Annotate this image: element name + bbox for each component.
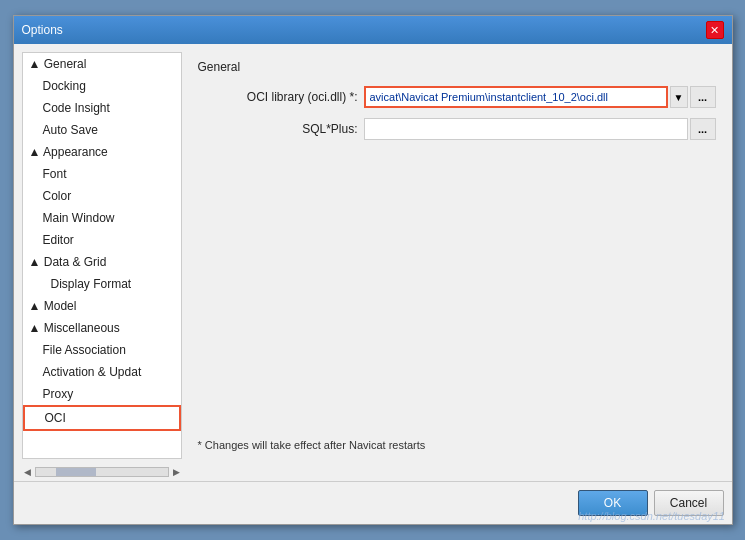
tree-item-data-grid[interactable]: ▲ Data & Grid xyxy=(23,251,181,273)
section-title: General xyxy=(198,60,716,74)
sqlplus-input-group: ... xyxy=(364,118,716,140)
tree-item-oci[interactable]: OCI xyxy=(23,405,181,431)
tree-item-display-format[interactable]: Display Format xyxy=(23,273,181,295)
tree-item-model[interactable]: ▲ Model xyxy=(23,295,181,317)
sqlplus-label: SQL*Plus: xyxy=(198,122,358,136)
watermark: http://blog.csdn.net/tuesday11 xyxy=(578,510,725,522)
tree-item-activation-update[interactable]: Activation & Updat xyxy=(23,361,181,383)
oci-library-input-group: ▼ ... xyxy=(364,86,716,108)
scrollbar-track[interactable] xyxy=(35,467,169,477)
scroll-area: ◀ ▶ xyxy=(14,467,732,481)
sqlplus-browse-button[interactable]: ... xyxy=(690,118,716,140)
oci-library-row: OCI library (oci.dll) *: ▼ ... xyxy=(198,86,716,108)
sqlplus-input[interactable] xyxy=(364,118,688,140)
oci-library-label: OCI library (oci.dll) *: xyxy=(198,90,358,104)
tree-panel: ▲ GeneralDockingCode InsightAuto Save▲ A… xyxy=(22,52,182,459)
oci-library-input[interactable] xyxy=(364,86,668,108)
tree-item-docking[interactable]: Docking xyxy=(23,75,181,97)
scrollbar-thumb xyxy=(56,468,96,476)
right-panel: General OCI library (oci.dll) *: ▼ ... S… xyxy=(190,52,724,459)
right-spacer xyxy=(190,467,724,477)
tree-item-proxy[interactable]: Proxy xyxy=(23,383,181,405)
tree-item-main-window[interactable]: Main Window xyxy=(23,207,181,229)
left-scrollbar: ◀ ▶ xyxy=(22,467,182,477)
options-window: Options ✕ ▲ GeneralDockingCode InsightAu… xyxy=(13,15,733,525)
tree-item-appearance[interactable]: ▲ Appearance xyxy=(23,141,181,163)
tree-item-auto-save[interactable]: Auto Save xyxy=(23,119,181,141)
form-area: General OCI library (oci.dll) *: ▼ ... S… xyxy=(190,52,724,435)
tree-item-code-insight[interactable]: Code Insight xyxy=(23,97,181,119)
oci-dropdown-button[interactable]: ▼ xyxy=(670,86,688,108)
scroll-left-icon[interactable]: ◀ xyxy=(22,467,33,477)
tree-item-miscellaneous[interactable]: ▲ Miscellaneous xyxy=(23,317,181,339)
tree-item-font[interactable]: Font xyxy=(23,163,181,185)
title-bar: Options ✕ xyxy=(14,16,732,44)
oci-browse-button[interactable]: ... xyxy=(690,86,716,108)
tree-item-editor[interactable]: Editor xyxy=(23,229,181,251)
window-title: Options xyxy=(22,23,63,37)
tree-item-color[interactable]: Color xyxy=(23,185,181,207)
tree-item-general[interactable]: ▲ General xyxy=(23,53,181,75)
scroll-right-icon[interactable]: ▶ xyxy=(171,467,182,477)
footer-note: * Changes will take effect after Navicat… xyxy=(190,435,724,459)
sqlplus-row: SQL*Plus: ... xyxy=(198,118,716,140)
tree-item-file-association[interactable]: File Association xyxy=(23,339,181,361)
close-button[interactable]: ✕ xyxy=(706,21,724,39)
window-content: ▲ GeneralDockingCode InsightAuto Save▲ A… xyxy=(14,44,732,467)
